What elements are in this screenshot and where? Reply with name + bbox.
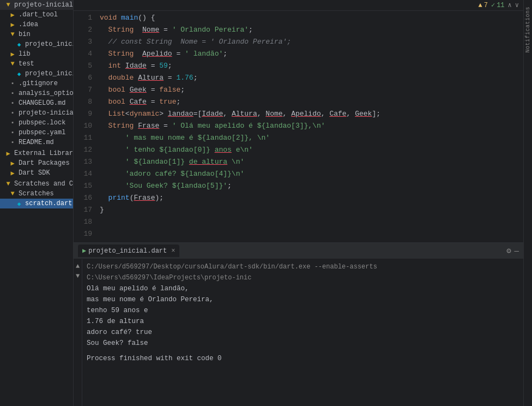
code-line-1: void main() { [95, 12, 523, 24]
file-icon: ▪ [9, 119, 16, 127]
sidebar-label: CHANGELOG.md [19, 99, 65, 107]
sidebar-item-test-dart[interactable]: ◆ projeto_inicial_tes [0, 69, 73, 79]
minimize-icon[interactable]: — [515, 247, 519, 255]
project-name: projeto-inicial [14, 1, 73, 9]
expand-icon[interactable]: ∧ [508, 1, 512, 9]
sidebar: ▼ projeto-inicial C:\Users\ ▶ .dart_tool… [0, 0, 74, 406]
code-line-8: bool Geek = false; [95, 84, 523, 96]
folder-icon: ▼ [9, 190, 16, 198]
right-panel: Notifications [523, 0, 532, 406]
sidebar-item-changelog[interactable]: ▪ CHANGELOG.md [0, 98, 73, 108]
sidebar-item-lib[interactable]: ▶ lib [0, 49, 73, 59]
sidebar-project-header[interactable]: ▼ projeto-inicial C:\Users\ [0, 0, 73, 10]
sidebar-label: analysis_options.yaml [19, 89, 74, 97]
sidebar-label: projeto-inicial.iml [19, 109, 74, 117]
main-layout: ▼ projeto-inicial C:\Users\ ▶ .dart_tool… [0, 0, 532, 406]
sidebar-label: pubspec.lock [19, 119, 65, 127]
cmd-text: C:/Users/d569297/Desktop/cursoAlura/dart… [87, 263, 377, 282]
terminal-output-line-2: mas meu nome é Orlando Pereira, [87, 294, 519, 305]
code-line-10: List<dynamic> landao=[Idade, Altura, Nom… [95, 108, 523, 120]
sidebar-label: test [19, 60, 34, 68]
dart-file-icon: ◆ [15, 70, 23, 77]
run-icon: ▶ [82, 247, 86, 255]
code-line-3: // const String Nome = ' Orlando Pereira… [95, 36, 523, 48]
code-line-16: 'Sou Geek? ${landao[5]}'; [95, 180, 523, 192]
sidebar-item-bin[interactable]: ▼ bin [0, 29, 73, 39]
terminal-exit-message: Process finished with exit code 0 [87, 353, 519, 364]
warnings-badge: ▲ 7 [478, 2, 487, 9]
sidebar-item-test[interactable]: ▼ test [0, 59, 73, 69]
terminal-body[interactable]: C:/Users/d569297/Desktop/cursoAlura/dart… [82, 259, 523, 406]
code-line-4: String Apelido = ' landão'; [95, 48, 523, 60]
sidebar-item-pubspec-yaml[interactable]: ▪ pubspec.yaml [0, 128, 73, 138]
terminal-close-button[interactable]: × [171, 247, 175, 255]
editor-area: ▲ 7 ✓ 11 ∧ ∨ 12345 678910 1112131415 161… [74, 0, 523, 406]
sidebar-item-analysis[interactable]: ▪ analysis_options.yaml [0, 88, 73, 98]
line-numbers: 12345 678910 1112131415 16171819 [74, 11, 95, 242]
folder-icon: ▶ [4, 150, 12, 157]
sidebar-external-libraries[interactable]: ▶ External Libraries [0, 148, 73, 158]
terminal-output-line-1: Olá meu apelido é landão, [87, 283, 519, 294]
collapse-icon[interactable]: ∨ [515, 1, 519, 9]
folder-icon: ▼ [4, 1, 12, 9]
sidebar-item-readme[interactable]: ▪ README.md [0, 138, 73, 147]
sidebar-label: Dart Packages [19, 159, 70, 167]
sidebar-dart-sdk[interactable]: ▶ Dart SDK [0, 168, 73, 178]
warning-count: 7 [484, 2, 488, 9]
sidebar-scratch-dart[interactable]: ◆ scratch.dart [0, 199, 73, 208]
sidebar-item-dart-tool[interactable]: ▶ .dart_tool [0, 10, 73, 20]
terminal-header: ▶ projeto_inicial.dart × ⚙ — [74, 243, 523, 259]
dart-file-icon: ◆ [15, 40, 23, 48]
terminal-output-line-6: Sou Geek? false [87, 338, 519, 349]
file-icon: ▪ [9, 129, 16, 136]
folder-icon: ▶ [9, 11, 16, 19]
code-line-7: double Altura = 1.76; [95, 72, 523, 84]
code-line-9: bool Cafe = true; [95, 96, 523, 108]
sidebar-label: bin [19, 31, 31, 38]
arrow-down-icon[interactable]: ▼ [76, 272, 80, 280]
code-line-13: ' tenho ${landao[0]} anos e\n' [95, 144, 523, 156]
folder-icon: ▼ [9, 31, 16, 38]
sidebar-label: .gitignore [19, 80, 58, 87]
code-content[interactable]: void main() { String Nome = ' Orlando Pe… [95, 11, 523, 242]
sidebar-label: Dart SDK [19, 169, 50, 177]
arrow-up-icon[interactable]: ▲ [76, 262, 80, 270]
folder-icon: ▶ [9, 159, 16, 167]
code-line-19: } [95, 204, 523, 216]
terminal-tab[interactable]: ▶ projeto_inicial.dart × [78, 244, 179, 257]
terminal-controls: ⚙ — [506, 246, 519, 255]
dart-file-icon: ◆ [15, 200, 23, 207]
file-icon: ▪ [9, 80, 16, 87]
ok-badge: ✓ 11 [491, 1, 505, 9]
terminal-output-line-5: adoro café? true [87, 327, 519, 338]
sidebar-scratches-consoles[interactable]: ▼ Scratches and Consoles [0, 179, 73, 189]
sidebar-item-gitignore[interactable]: ▪ .gitignore [0, 79, 73, 88]
sidebar-label: Scratches [19, 190, 54, 198]
code-line-12: ' mas meu nome é ${landao[2]}, \n' [95, 132, 523, 144]
sidebar-item-main-dart[interactable]: ◆ projeto_inicial.da [0, 39, 73, 49]
folder-icon: ▶ [9, 50, 16, 58]
sidebar-item-idea[interactable]: ▶ .idea [0, 20, 73, 29]
sidebar-scratches-folder[interactable]: ▼ Scratches [0, 189, 73, 199]
sidebar-item-pubspec-lock[interactable]: ▪ pubspec.lock [0, 118, 73, 128]
file-icon: ▪ [9, 99, 16, 107]
file-icon: ▪ [9, 109, 16, 117]
sidebar-label: lib [19, 50, 31, 58]
file-icon: ▪ [9, 139, 16, 146]
ok-count: 11 [497, 2, 504, 9]
folder-icon: ▶ [9, 169, 16, 177]
folder-icon: ▼ [4, 180, 12, 188]
folder-icon: ▼ [9, 60, 16, 68]
sidebar-label: External Libraries [14, 150, 74, 157]
sidebar-dart-packages[interactable]: ▶ Dart Packages [0, 158, 73, 168]
code-line-2: String Nome = ' Orlando Pereira'; [95, 24, 523, 36]
sidebar-item-iml[interactable]: ▪ projeto-inicial.iml [0, 108, 73, 118]
file-icon: ▪ [9, 89, 16, 97]
settings-icon[interactable]: ⚙ [506, 246, 511, 255]
code-line-15: 'adoro café? ${landao[4]}\n' [95, 168, 523, 180]
notifications-label: Notifications [525, 7, 531, 53]
sidebar-label: Scratches and Consoles [14, 180, 74, 188]
code-line-17: print(Frase); [95, 192, 523, 204]
folder-icon: ▶ [9, 21, 16, 28]
terminal-output-line-4: 1.76 de altura [87, 316, 519, 327]
